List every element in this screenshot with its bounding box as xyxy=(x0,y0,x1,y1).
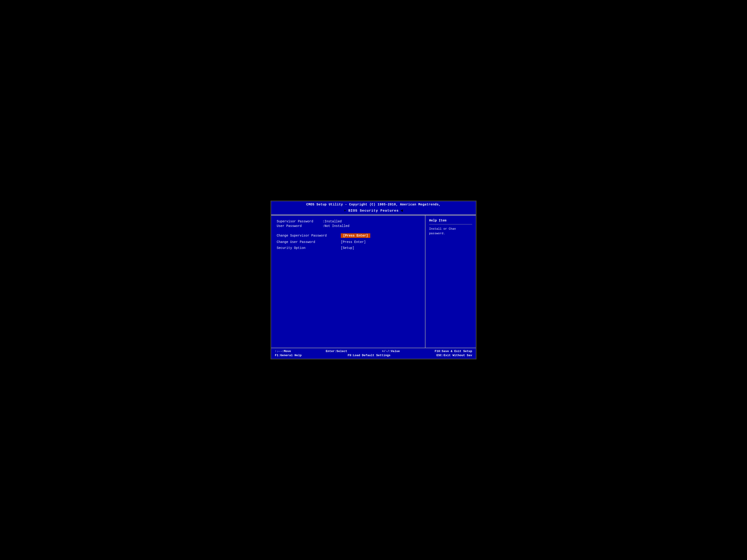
user-password-status: User Password :Not Installed xyxy=(277,224,419,228)
security-option-value[interactable]: [Setup] xyxy=(341,246,354,250)
arrow-right-icon: ➤ xyxy=(344,208,346,213)
footer-row-1: ↑↓←→:Move Enter:Select +/-/:Value F10:Sa… xyxy=(275,350,472,353)
footer-move: ↑↓←→:Move xyxy=(275,350,291,353)
copyright-text: CMOS Setup Utility - Copyright (C) 1985-… xyxy=(271,203,476,207)
security-option-label: Security Option xyxy=(277,246,341,250)
divider xyxy=(277,229,419,233)
change-supervisor-value[interactable]: [Press Enter] xyxy=(341,233,370,238)
title-bar: CMOS Setup Utility - Copyright (C) 1985-… xyxy=(271,201,476,215)
footer-save: F10:Save & Exit Setup xyxy=(435,350,472,353)
change-supervisor-password-item[interactable]: Change Supervisor Password [Press Enter] xyxy=(277,233,419,238)
section-title-text: BIOS Security Features xyxy=(348,209,399,213)
change-user-password-item[interactable]: Change User Password [Press Enter] xyxy=(277,240,419,244)
bios-screen: CMOS Setup Utility - Copyright (C) 1985-… xyxy=(271,201,476,359)
main-area: Supervisor Password :Installed User Pass… xyxy=(271,215,476,348)
footer-defaults: F9:Load Default Settings xyxy=(347,354,390,357)
footer-row-2: F1:General Help F9:Load Default Settings… xyxy=(275,354,472,357)
help-title: Help Item xyxy=(429,219,472,224)
footer-value: +/-/:Value xyxy=(382,350,400,353)
security-option-item[interactable]: Security Option [Setup] xyxy=(277,246,419,250)
change-supervisor-label: Change Supervisor Password xyxy=(277,234,341,237)
footer-exit: ESC:Exit Without Sav xyxy=(436,354,472,357)
user-value: :Not Installed xyxy=(323,224,350,228)
change-user-value[interactable]: [Press Enter] xyxy=(341,240,366,244)
footer-bar: ↑↓←→:Move Enter:Select +/-/:Value F10:Sa… xyxy=(271,348,476,359)
user-label: User Password xyxy=(277,224,323,228)
left-panel: Supervisor Password :Installed User Pass… xyxy=(271,215,426,348)
help-text: Install or Chanpassword. xyxy=(429,227,472,236)
footer-select: Enter:Select xyxy=(326,350,347,353)
change-user-label: Change User Password xyxy=(277,240,341,244)
section-title: ➤ BIOS Security Features ◄ xyxy=(271,207,476,214)
footer-help: F1:General Help xyxy=(275,354,302,357)
supervisor-value: :Installed xyxy=(323,220,342,223)
right-panel: Help Item Install or Chanpassword. xyxy=(426,215,476,348)
arrow-left-icon: ◄ xyxy=(401,208,403,213)
supervisor-password-status: Supervisor Password :Installed xyxy=(277,220,419,223)
supervisor-label: Supervisor Password xyxy=(277,220,323,223)
